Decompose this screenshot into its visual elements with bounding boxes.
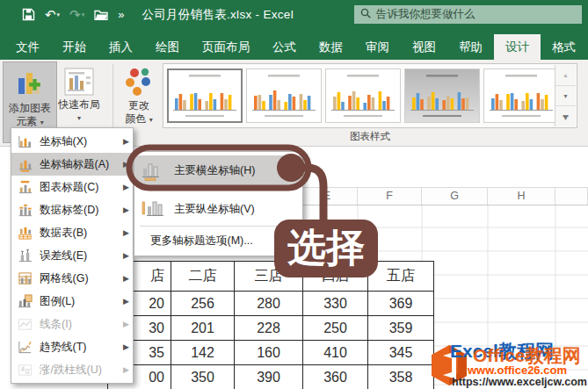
tab-data[interactable]: 数据: [308, 34, 354, 60]
tab-review[interactable]: 审阅: [354, 34, 401, 60]
dropdown-arrow-icon: ▾: [77, 112, 81, 125]
table-cell[interactable]: 201: [171, 316, 235, 341]
menu-item-legend[interactable]: 图例(L)▶: [11, 290, 133, 313]
chart-style-3[interactable]: [325, 68, 401, 123]
submenu-arrow-icon: ▶: [123, 274, 129, 283]
chart-style-4[interactable]: [404, 68, 480, 123]
tab-formulas[interactable]: 公式: [261, 34, 308, 60]
menu-item-chart-title[interactable]: 图表标题(C)▶: [11, 176, 133, 198]
table-row: 35 142 160 410 345: [108, 341, 434, 365]
trendline-icon: [16, 340, 33, 355]
table-cell[interactable]: 358: [368, 365, 434, 389]
table-cell[interactable]: 142: [171, 341, 235, 365]
table-cell[interactable]: 256: [171, 292, 235, 316]
tell-me-search-input[interactable]: 告诉我你想要做什么: [354, 5, 582, 24]
add-chart-element-icon: [15, 68, 45, 102]
submenu-arrow-icon: ▶: [123, 251, 129, 260]
menu-item-trendline[interactable]: 趋势线(T)▶: [11, 335, 133, 358]
axis-titles-icon: [16, 157, 33, 172]
tab-format[interactable]: 格式: [541, 34, 587, 60]
tab-file[interactable]: 文件: [4, 34, 51, 60]
menu-item-axis-titles[interactable]: 坐标轴标题(A)▶: [11, 153, 133, 176]
tab-insert[interactable]: 插入: [98, 34, 144, 60]
table-header-cell[interactable]: 三店: [235, 262, 303, 292]
save-icon[interactable]: [22, 8, 35, 21]
change-colors-icon: [124, 67, 154, 99]
table-cell[interactable]: 390: [235, 365, 303, 389]
menu-item-data-labels[interactable]: 数据标签(D)▶: [11, 198, 133, 221]
axes-icon: [16, 134, 33, 149]
table-header-cell[interactable]: 四店: [303, 262, 368, 292]
open-folder-icon[interactable]: [94, 9, 108, 20]
document-title: 公司月份销售表.xlsx - Excel: [142, 7, 294, 23]
ribbon-tab-bar: 文件 开始 插入 绘图 页面布局 公式 数据 审阅 视图 帮助 设计 格式: [0, 29, 588, 60]
table-cell[interactable]: 360: [303, 365, 368, 389]
table-cell[interactable]: 359: [368, 316, 434, 341]
qat-more-button[interactable]: »: [118, 9, 124, 20]
table-header-row: 店 二店 三店 四店 五店: [108, 262, 434, 292]
site-watermark: Excel教程网 Office教程网 www.office26.com http…: [427, 339, 588, 389]
column-header-G[interactable]: G: [422, 188, 488, 205]
gallery-scroll-up-button[interactable]: ▲: [555, 65, 576, 86]
gallery-more-button[interactable]: ▬▼: [555, 106, 576, 126]
table-cell[interactable]: 410: [303, 341, 368, 365]
change-colors-label-line2: 颜色 ▾: [125, 112, 152, 126]
redo-button[interactable]: ↷▾: [69, 8, 84, 21]
axis-titles-submenu: 主要横坐标轴(H) 主要纵坐标轴(V) 更多轴标题选项(M)...: [134, 151, 303, 256]
gallery-scroll-buttons: ▲ ▼ ▬▼: [555, 65, 576, 126]
table-cell[interactable]: 369: [368, 292, 434, 316]
column-header-blank: [555, 188, 588, 205]
chart-title-icon: [16, 180, 33, 195]
table-cell[interactable]: 160: [235, 341, 303, 365]
table-header-cell[interactable]: 五店: [368, 262, 434, 292]
table-cell[interactable]: 330: [303, 292, 368, 316]
tab-view[interactable]: 视图: [401, 34, 447, 60]
tab-page-layout[interactable]: 页面布局: [191, 34, 261, 60]
chart-style-5[interactable]: [483, 68, 559, 123]
column-header-row: E F G H: [297, 187, 588, 205]
column-header-H[interactable]: H: [488, 188, 555, 205]
search-icon: [360, 8, 371, 21]
menu-item-error-bars[interactable]: 误差线(E)▶: [11, 244, 133, 267]
table-cell[interactable]: 345: [368, 341, 434, 365]
primary-horizontal-axis-title-icon: [140, 160, 166, 181]
legend-icon: [16, 294, 33, 309]
table-header-cell[interactable]: 二店: [171, 262, 235, 292]
column-header-F[interactable]: F: [358, 188, 422, 205]
table-cell[interactable]: 350: [171, 365, 235, 389]
table-row: 00 350 390 360 358: [108, 365, 434, 389]
submenu-arrow-icon: ▶: [123, 160, 129, 169]
tab-draw[interactable]: 绘图: [144, 34, 191, 60]
submenu-item-primary-vertical[interactable]: 主要纵坐标轴(V): [134, 196, 302, 222]
chart-style-1[interactable]: [167, 68, 243, 123]
quick-layout-label: 快速布局: [58, 98, 100, 112]
table-cell[interactable]: 250: [303, 316, 368, 341]
tab-help[interactable]: 帮助: [447, 34, 494, 60]
tab-chart-design[interactable]: 设计: [494, 34, 541, 60]
menu-item-axes[interactable]: 坐标轴(X)▶: [11, 130, 133, 153]
menu-item-up-down-bars[interactable]: 涨/跌柱线(U)▶: [11, 358, 133, 381]
submenu-arrow-icon: ▶: [123, 228, 129, 237]
chart-styles-gallery: ▲ ▼ ▬▼: [163, 63, 577, 128]
dropdown-arrow-icon: ▾: [40, 119, 44, 126]
submenu-item-primary-horizontal[interactable]: 主要横坐标轴(H): [134, 155, 302, 185]
undo-button[interactable]: ↶▾: [45, 8, 60, 21]
watermark-url-excel: https://www.exceljcw.com: [452, 376, 587, 388]
menu-item-data-table[interactable]: 数据表(B)▶: [11, 221, 133, 244]
menu-item-gridlines[interactable]: 网格线(G)▶: [11, 267, 133, 290]
submenu-arrow-icon: ▶: [123, 183, 129, 191]
submenu-arrow-icon: ▶: [123, 320, 129, 328]
menu-item-lines[interactable]: 线条(I)▶: [11, 313, 133, 335]
quick-access-toolbar: ↶▾ ↷▾ »: [22, 8, 124, 21]
tab-home[interactable]: 开始: [51, 34, 98, 60]
submenu-arrow-icon: ▶: [123, 137, 129, 146]
table-cell[interactable]: 280: [235, 292, 303, 316]
gallery-scroll-down-button[interactable]: ▼: [555, 86, 576, 107]
submenu-item-more-axis-title-options[interactable]: 更多轴标题选项(M)...: [134, 229, 302, 252]
table-cell[interactable]: 228: [235, 316, 303, 341]
search-placeholder: 告诉我你想要做什么: [376, 7, 475, 22]
lines-icon: [16, 317, 33, 332]
up-down-bars-icon: [16, 363, 33, 378]
column-header-E[interactable]: E: [297, 188, 358, 205]
chart-style-2[interactable]: [246, 68, 322, 123]
